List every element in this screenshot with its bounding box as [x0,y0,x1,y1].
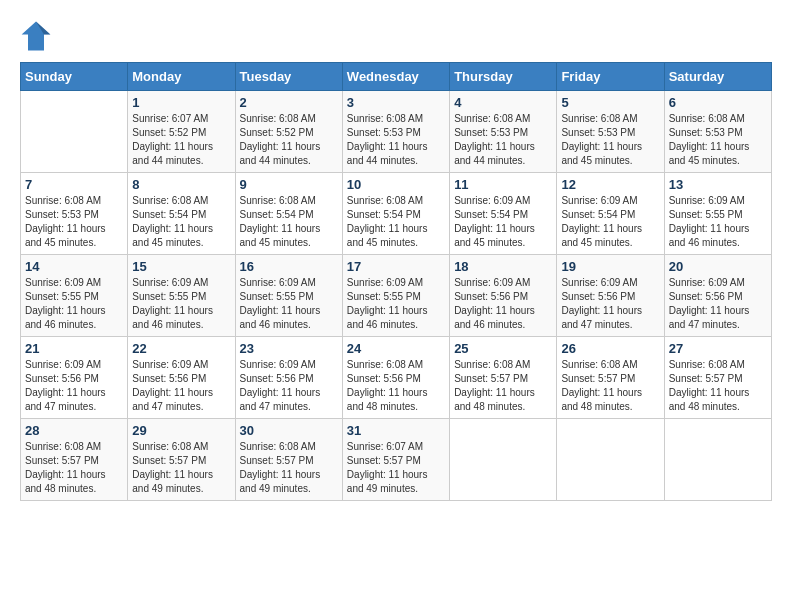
day-cell: 29Sunrise: 6:08 AM Sunset: 5:57 PM Dayli… [128,419,235,501]
day-cell: 3Sunrise: 6:08 AM Sunset: 5:53 PM Daylig… [342,91,449,173]
day-info: Sunrise: 6:08 AM Sunset: 5:54 PM Dayligh… [132,194,230,250]
header-cell-sunday: Sunday [21,63,128,91]
day-info: Sunrise: 6:08 AM Sunset: 5:57 PM Dayligh… [669,358,767,414]
day-cell: 15Sunrise: 6:09 AM Sunset: 5:55 PM Dayli… [128,255,235,337]
logo [20,20,56,52]
day-info: Sunrise: 6:09 AM Sunset: 5:56 PM Dayligh… [132,358,230,414]
day-cell [450,419,557,501]
day-info: Sunrise: 6:07 AM Sunset: 5:52 PM Dayligh… [132,112,230,168]
day-info: Sunrise: 6:09 AM Sunset: 5:55 PM Dayligh… [25,276,123,332]
day-cell: 24Sunrise: 6:08 AM Sunset: 5:56 PM Dayli… [342,337,449,419]
calendar-header: SundayMondayTuesdayWednesdayThursdayFrid… [21,63,772,91]
day-info: Sunrise: 6:08 AM Sunset: 5:53 PM Dayligh… [561,112,659,168]
day-info: Sunrise: 6:09 AM Sunset: 5:55 PM Dayligh… [347,276,445,332]
day-info: Sunrise: 6:08 AM Sunset: 5:53 PM Dayligh… [454,112,552,168]
header-cell-thursday: Thursday [450,63,557,91]
day-info: Sunrise: 6:08 AM Sunset: 5:53 PM Dayligh… [669,112,767,168]
day-number: 16 [240,259,338,274]
day-cell: 19Sunrise: 6:09 AM Sunset: 5:56 PM Dayli… [557,255,664,337]
day-info: Sunrise: 6:09 AM Sunset: 5:56 PM Dayligh… [669,276,767,332]
day-number: 30 [240,423,338,438]
day-number: 23 [240,341,338,356]
day-cell: 27Sunrise: 6:08 AM Sunset: 5:57 PM Dayli… [664,337,771,419]
day-cell: 14Sunrise: 6:09 AM Sunset: 5:55 PM Dayli… [21,255,128,337]
day-cell: 31Sunrise: 6:07 AM Sunset: 5:57 PM Dayli… [342,419,449,501]
day-number: 26 [561,341,659,356]
day-number: 9 [240,177,338,192]
day-number: 2 [240,95,338,110]
day-info: Sunrise: 6:09 AM Sunset: 5:54 PM Dayligh… [454,194,552,250]
day-number: 24 [347,341,445,356]
day-cell: 21Sunrise: 6:09 AM Sunset: 5:56 PM Dayli… [21,337,128,419]
day-number: 10 [347,177,445,192]
day-number: 6 [669,95,767,110]
day-info: Sunrise: 6:08 AM Sunset: 5:54 PM Dayligh… [347,194,445,250]
day-number: 21 [25,341,123,356]
header-row: SundayMondayTuesdayWednesdayThursdayFrid… [21,63,772,91]
day-cell: 26Sunrise: 6:08 AM Sunset: 5:57 PM Dayli… [557,337,664,419]
day-cell: 5Sunrise: 6:08 AM Sunset: 5:53 PM Daylig… [557,91,664,173]
page-header [20,20,772,52]
day-info: Sunrise: 6:07 AM Sunset: 5:57 PM Dayligh… [347,440,445,496]
week-row-3: 14Sunrise: 6:09 AM Sunset: 5:55 PM Dayli… [21,255,772,337]
week-row-2: 7Sunrise: 6:08 AM Sunset: 5:53 PM Daylig… [21,173,772,255]
week-row-1: 1Sunrise: 6:07 AM Sunset: 5:52 PM Daylig… [21,91,772,173]
day-cell: 10Sunrise: 6:08 AM Sunset: 5:54 PM Dayli… [342,173,449,255]
day-cell: 2Sunrise: 6:08 AM Sunset: 5:52 PM Daylig… [235,91,342,173]
day-number: 22 [132,341,230,356]
day-cell: 4Sunrise: 6:08 AM Sunset: 5:53 PM Daylig… [450,91,557,173]
day-number: 12 [561,177,659,192]
header-cell-saturday: Saturday [664,63,771,91]
day-cell: 28Sunrise: 6:08 AM Sunset: 5:57 PM Dayli… [21,419,128,501]
day-cell [557,419,664,501]
day-number: 25 [454,341,552,356]
day-number: 20 [669,259,767,274]
day-cell: 30Sunrise: 6:08 AM Sunset: 5:57 PM Dayli… [235,419,342,501]
day-cell: 9Sunrise: 6:08 AM Sunset: 5:54 PM Daylig… [235,173,342,255]
day-number: 5 [561,95,659,110]
svg-marker-0 [22,22,51,51]
day-number: 4 [454,95,552,110]
day-info: Sunrise: 6:08 AM Sunset: 5:57 PM Dayligh… [454,358,552,414]
day-info: Sunrise: 6:08 AM Sunset: 5:57 PM Dayligh… [561,358,659,414]
day-cell: 7Sunrise: 6:08 AM Sunset: 5:53 PM Daylig… [21,173,128,255]
day-number: 14 [25,259,123,274]
day-info: Sunrise: 6:09 AM Sunset: 5:54 PM Dayligh… [561,194,659,250]
day-number: 27 [669,341,767,356]
day-number: 13 [669,177,767,192]
day-cell [21,91,128,173]
header-cell-tuesday: Tuesday [235,63,342,91]
day-info: Sunrise: 6:09 AM Sunset: 5:55 PM Dayligh… [240,276,338,332]
day-cell: 8Sunrise: 6:08 AM Sunset: 5:54 PM Daylig… [128,173,235,255]
day-cell: 6Sunrise: 6:08 AM Sunset: 5:53 PM Daylig… [664,91,771,173]
week-row-4: 21Sunrise: 6:09 AM Sunset: 5:56 PM Dayli… [21,337,772,419]
day-info: Sunrise: 6:09 AM Sunset: 5:55 PM Dayligh… [132,276,230,332]
day-info: Sunrise: 6:08 AM Sunset: 5:57 PM Dayligh… [132,440,230,496]
day-cell: 20Sunrise: 6:09 AM Sunset: 5:56 PM Dayli… [664,255,771,337]
day-cell: 18Sunrise: 6:09 AM Sunset: 5:56 PM Dayli… [450,255,557,337]
day-cell: 11Sunrise: 6:09 AM Sunset: 5:54 PM Dayli… [450,173,557,255]
day-cell: 13Sunrise: 6:09 AM Sunset: 5:55 PM Dayli… [664,173,771,255]
day-number: 31 [347,423,445,438]
day-number: 19 [561,259,659,274]
day-number: 15 [132,259,230,274]
day-info: Sunrise: 6:08 AM Sunset: 5:53 PM Dayligh… [25,194,123,250]
day-info: Sunrise: 6:08 AM Sunset: 5:54 PM Dayligh… [240,194,338,250]
calendar-body: 1Sunrise: 6:07 AM Sunset: 5:52 PM Daylig… [21,91,772,501]
header-cell-wednesday: Wednesday [342,63,449,91]
day-cell [664,419,771,501]
day-info: Sunrise: 6:08 AM Sunset: 5:53 PM Dayligh… [347,112,445,168]
header-cell-friday: Friday [557,63,664,91]
day-info: Sunrise: 6:09 AM Sunset: 5:56 PM Dayligh… [25,358,123,414]
day-number: 29 [132,423,230,438]
week-row-5: 28Sunrise: 6:08 AM Sunset: 5:57 PM Dayli… [21,419,772,501]
day-number: 1 [132,95,230,110]
day-info: Sunrise: 6:09 AM Sunset: 5:55 PM Dayligh… [669,194,767,250]
day-number: 11 [454,177,552,192]
day-number: 7 [25,177,123,192]
day-cell: 12Sunrise: 6:09 AM Sunset: 5:54 PM Dayli… [557,173,664,255]
day-info: Sunrise: 6:09 AM Sunset: 5:56 PM Dayligh… [454,276,552,332]
day-number: 3 [347,95,445,110]
day-info: Sunrise: 6:08 AM Sunset: 5:52 PM Dayligh… [240,112,338,168]
day-number: 18 [454,259,552,274]
